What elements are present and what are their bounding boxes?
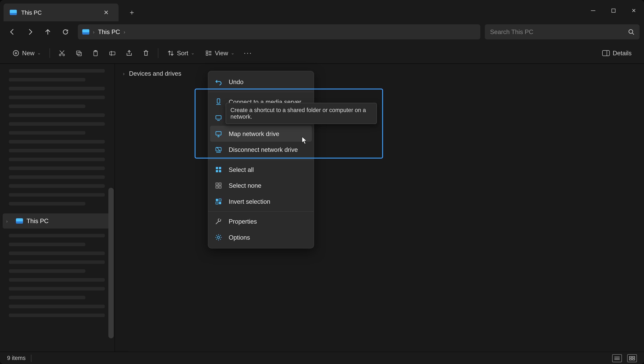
select-none-icon [214, 181, 222, 189]
ctx-invert-selection[interactable]: Invert selection [208, 193, 314, 209]
svg-rect-44 [216, 202, 218, 204]
close-button[interactable]: ✕ [624, 4, 644, 17]
sidebar-item-placeholder[interactable] [9, 140, 105, 143]
details-view-toggle[interactable] [612, 354, 622, 362]
new-button[interactable]: New ⌄ [8, 45, 45, 60]
sidebar-item-placeholder[interactable] [9, 296, 85, 299]
up-button[interactable] [40, 24, 56, 40]
back-button[interactable] [4, 24, 20, 40]
chevron-down-icon: ⌄ [231, 51, 234, 56]
sidebar-item-placeholder[interactable] [9, 243, 85, 246]
svg-rect-34 [216, 167, 218, 169]
sort-button[interactable]: Sort ⌄ [163, 45, 199, 60]
sidebar-item-placeholder[interactable] [9, 113, 105, 117]
this-pc-icon [82, 29, 90, 35]
status-items-count: 9 items [7, 355, 26, 361]
sidebar-item-placeholder[interactable] [9, 149, 105, 152]
ctx-properties[interactable]: Properties [208, 213, 314, 229]
select-all-icon [214, 166, 222, 174]
sidebar-item-placeholder[interactable] [9, 287, 105, 290]
sidebar-item-placeholder[interactable] [9, 269, 85, 273]
ctx-options[interactable]: Options [208, 229, 314, 245]
sidebar-item-placeholder[interactable] [9, 158, 105, 161]
sidebar-item-placeholder[interactable] [9, 175, 105, 179]
tab-close-button[interactable]: ✕ [100, 6, 112, 19]
ctx-undo[interactable]: Undo [208, 74, 314, 90]
tab-this-pc[interactable]: This PC ✕ [4, 4, 118, 21]
svg-rect-36 [216, 170, 218, 172]
svg-point-46 [217, 236, 220, 238]
svg-rect-37 [219, 170, 221, 172]
sidebar-item-placeholder[interactable] [9, 131, 85, 135]
sidebar-item-placeholder[interactable] [9, 278, 105, 282]
svg-rect-20 [206, 54, 208, 55]
sidebar-item-this-pc[interactable]: › This PC [3, 213, 112, 228]
sidebar-item-placeholder[interactable] [9, 78, 85, 81]
details-pane-icon [602, 50, 610, 56]
ctx-disconnect-network-drive[interactable]: Disconnect network drive [208, 142, 314, 158]
more-button[interactable]: ··· [240, 45, 256, 60]
sidebar-item-placeholder[interactable] [9, 260, 105, 264]
tooltip: Create a shortcut to a shared folder or … [226, 103, 377, 124]
maximize-button[interactable] [603, 4, 624, 17]
svg-rect-53 [632, 358, 635, 360]
svg-rect-40 [216, 186, 218, 188]
sidebar-item-placeholder[interactable] [9, 87, 105, 90]
sidebar-scrollbar[interactable] [108, 188, 114, 338]
sidebar-item-placeholder[interactable] [9, 122, 105, 126]
svg-rect-41 [219, 186, 221, 188]
search-input[interactable]: Search This PC [485, 25, 640, 40]
map-network-drive-icon [214, 130, 222, 138]
delete-button[interactable] [138, 45, 154, 60]
thumbnails-view-toggle[interactable] [627, 354, 637, 362]
sort-icon [167, 49, 174, 57]
ctx-select-none[interactable]: Select none [208, 178, 314, 194]
group-header-devices[interactable]: › Devices and drives [123, 70, 636, 77]
svg-rect-23 [602, 50, 610, 56]
ctx-select-all[interactable]: Select all [208, 162, 314, 178]
search-icon [628, 29, 634, 35]
forward-button[interactable] [22, 24, 38, 40]
address-bar[interactable]: › This PC › [78, 25, 480, 40]
network-location-icon [214, 114, 222, 122]
sidebar-item-placeholder[interactable] [9, 167, 105, 170]
sidebar-item-placeholder[interactable] [9, 105, 85, 108]
cut-button[interactable] [54, 45, 69, 60]
sidebar-item-placeholder[interactable] [9, 234, 105, 237]
paste-button[interactable] [88, 45, 103, 60]
details-button[interactable]: Details [598, 45, 636, 60]
svg-rect-17 [206, 51, 208, 53]
share-button[interactable] [122, 45, 136, 60]
sidebar-item-placeholder[interactable] [9, 313, 105, 317]
sidebar-item-placeholder[interactable] [9, 305, 105, 308]
sidebar-item-placeholder[interactable] [9, 202, 85, 205]
sidebar-item-placeholder[interactable] [9, 252, 105, 255]
minimize-button[interactable] [583, 4, 603, 17]
svg-rect-39 [219, 183, 221, 185]
chevron-down-icon: ⌄ [191, 51, 194, 56]
refresh-button[interactable] [58, 24, 74, 40]
rename-button[interactable] [105, 45, 120, 60]
svg-line-3 [632, 33, 634, 35]
sidebar-item-placeholder[interactable] [9, 69, 105, 73]
media-server-icon [214, 98, 222, 106]
content-area[interactable]: › Devices and drives [115, 64, 644, 351]
nav-bar: › This PC › Search This PC [0, 21, 644, 43]
chevron-right-icon: › [124, 29, 125, 35]
this-pc-icon [16, 218, 23, 224]
svg-rect-27 [216, 116, 221, 119]
svg-rect-35 [219, 167, 221, 169]
copy-button[interactable] [71, 45, 86, 60]
ctx-map-network-drive[interactable]: Map network drive [210, 126, 312, 142]
svg-rect-25 [217, 99, 220, 103]
svg-rect-43 [219, 199, 221, 201]
sidebar-item-placeholder[interactable] [9, 96, 105, 99]
disconnect-network-drive-icon [214, 146, 222, 154]
sidebar-item-placeholder[interactable] [9, 184, 105, 188]
options-icon [214, 233, 222, 241]
navigation-pane[interactable]: › This PC [0, 64, 115, 351]
sidebar-item-placeholder[interactable] [9, 193, 105, 197]
new-tab-button[interactable]: ＋ [124, 5, 140, 21]
search-placeholder: Search This PC [490, 28, 534, 35]
view-button[interactable]: View ⌄ [201, 45, 239, 60]
